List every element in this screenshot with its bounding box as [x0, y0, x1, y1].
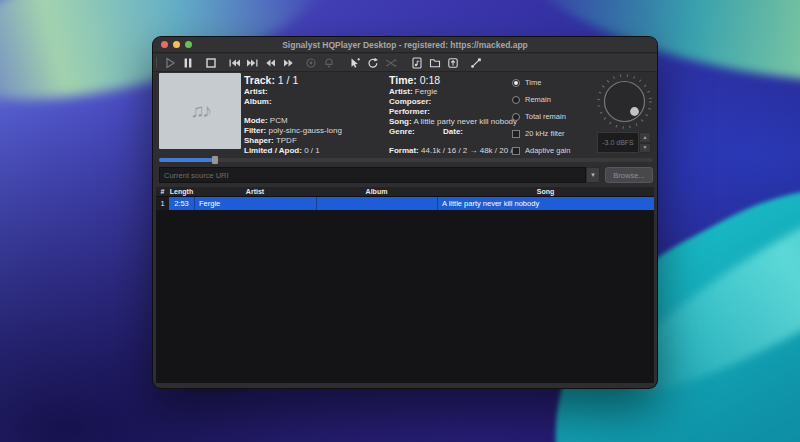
track-info: Track: 1 / 1 Artist: Album: Mode: PCM Fi… — [244, 74, 389, 156]
header-artist[interactable]: Artist — [194, 188, 316, 195]
album-line: Album: — [244, 97, 389, 107]
radio-time[interactable]: Time — [512, 77, 604, 88]
filter-line: Filter: poly-sinc-gauss-long — [244, 126, 389, 136]
seek-groove[interactable] — [159, 158, 653, 162]
checkbox[interactable] — [512, 147, 520, 155]
next-track-icon[interactable] — [245, 56, 259, 69]
source-uri-input[interactable] — [159, 167, 586, 183]
pointer-icon[interactable] — [348, 56, 362, 69]
seek-slider[interactable] — [159, 156, 653, 164]
row-album[interactable] — [316, 197, 437, 210]
upload-icon[interactable] — [446, 56, 460, 69]
row-length[interactable]: 2:53 — [169, 197, 194, 210]
record-icon[interactable] — [304, 56, 318, 69]
stop-icon[interactable] — [204, 56, 218, 69]
folder-icon[interactable] — [428, 56, 442, 69]
volume-knob[interactable] — [596, 73, 653, 134]
previous-track-icon[interactable] — [227, 56, 241, 69]
radio-button[interactable] — [512, 113, 520, 121]
traffic-lights — [161, 41, 192, 48]
playlist-header: # Length Artist Album Song — [156, 187, 654, 197]
row-number: 1 — [156, 197, 169, 210]
titlebar[interactable]: Signalyst HQPlayer Desktop - registered:… — [153, 37, 657, 53]
checkbox-adaptive-gain[interactable]: Adaptive gain — [512, 145, 604, 156]
toolbar — [153, 54, 657, 72]
track-counter: Track: 1 / 1 — [244, 74, 389, 86]
row-song[interactable]: A little party never kill nobody — [437, 197, 654, 210]
source-row: ▼ Browse... — [159, 167, 653, 183]
shuffle-icon[interactable] — [384, 56, 398, 69]
shaper-line: Shaper: TPDF — [244, 136, 389, 146]
seek-fill — [159, 158, 213, 162]
toolbar-drag-handle[interactable] — [156, 57, 157, 68]
limited-apod-line: Limited / Apod: 0 / 1 — [244, 146, 389, 156]
pause-icon[interactable] — [181, 56, 195, 69]
volume-spinbox: -3.0 dBFS ▲ ▼ — [597, 132, 651, 153]
radio-button[interactable] — [512, 79, 520, 87]
row-artist[interactable]: Fergie — [194, 197, 316, 210]
hqplayer-window: Signalyst HQPlayer Desktop - registered:… — [152, 36, 658, 389]
header-song[interactable]: Song — [437, 188, 654, 195]
pipeline-icon[interactable] — [469, 56, 483, 69]
close-window-button[interactable] — [161, 41, 168, 48]
display-options: Time Remain Total remain 20 kHz filter A… — [512, 77, 604, 162]
play-icon[interactable] — [163, 56, 177, 69]
playlist-empty-area[interactable] — [156, 210, 654, 383]
rewind-icon[interactable] — [263, 56, 277, 69]
alarm-icon[interactable] — [322, 56, 336, 69]
header-num[interactable]: # — [156, 188, 169, 195]
playlist-table: # Length Artist Album Song 1 2:53 Fergie… — [156, 187, 654, 383]
checkbox-20khz-filter[interactable]: 20 kHz filter — [512, 128, 604, 139]
radio-remain[interactable]: Remain — [512, 94, 604, 105]
volume-readout[interactable]: -3.0 dBFS — [597, 132, 639, 153]
radio-total-remain[interactable]: Total remain — [512, 111, 604, 122]
browse-button[interactable]: Browse... — [605, 167, 653, 183]
seek-handle[interactable] — [212, 156, 218, 164]
playlist-row-selected[interactable]: 1 2:53 Fergie A little party never kill … — [156, 197, 654, 210]
chevron-down-icon: ▼ — [590, 172, 596, 178]
playlist-icon[interactable] — [410, 56, 424, 69]
source-dropdown-button[interactable]: ▼ — [586, 167, 600, 183]
volume-section: -3.0 dBFS ▲ ▼ — [594, 73, 656, 157]
window-title: Signalyst HQPlayer Desktop - registered:… — [153, 40, 657, 50]
fast-forward-icon[interactable] — [281, 56, 295, 69]
now-playing-panel: ♫♪ Track: 1 / 1 Artist: Album: Mode: PCM… — [153, 73, 657, 157]
repeat-icon[interactable] — [366, 56, 380, 69]
album-art-placeholder: ♫♪ — [159, 73, 241, 149]
knob-indicator-dot — [630, 107, 639, 116]
radio-button[interactable] — [512, 96, 520, 104]
volume-up-button[interactable]: ▲ — [639, 132, 651, 143]
checkbox[interactable] — [512, 130, 520, 138]
zoom-window-button[interactable] — [185, 41, 192, 48]
music-note-icon: ♫♪ — [190, 100, 210, 122]
mode-line: Mode: PCM — [244, 116, 389, 126]
minimize-window-button[interactable] — [173, 41, 180, 48]
artist-line: Artist: — [244, 87, 389, 97]
header-album[interactable]: Album — [316, 188, 437, 195]
volume-down-button[interactable]: ▼ — [639, 143, 651, 154]
header-length[interactable]: Length — [169, 188, 194, 195]
